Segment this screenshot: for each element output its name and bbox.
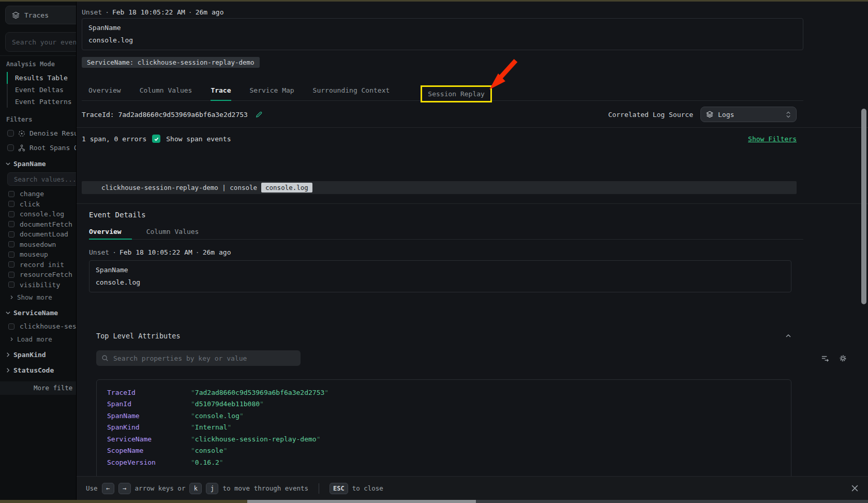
event-search-field[interactable] — [6, 33, 76, 51]
spanname-values-field[interactable] — [8, 173, 76, 185]
span-name-card: SpanName console.log — [89, 260, 791, 292]
option-label: mouseup — [20, 250, 48, 258]
status-badge: Unset — [82, 8, 102, 16]
option-checkbox[interactable] — [8, 201, 14, 207]
event-search-input[interactable] — [5, 32, 76, 52]
source-selector-traces[interactable]: Traces — [5, 6, 76, 24]
tab-overview[interactable]: Overview — [88, 80, 121, 100]
tab-service-map[interactable]: Service Map — [250, 80, 294, 100]
option-checkbox[interactable] — [8, 231, 14, 238]
gear-icon[interactable] — [839, 354, 847, 362]
keyboard-hints-footer: Use ← → arrow keys or k j to move throug… — [77, 476, 868, 500]
dot-separator: · — [112, 248, 116, 256]
option-checkbox[interactable] — [8, 261, 14, 268]
group-statuscode[interactable]: StatusCode — [5, 366, 76, 374]
root-spans-checkbox[interactable] — [7, 144, 14, 151]
option-click[interactable]: click — [5, 199, 76, 210]
group-spankind[interactable]: SpanKind — [5, 351, 76, 359]
attributes-search-field[interactable] — [113, 354, 295, 362]
table-row[interactable]: ScopeVersion0.16.2 — [107, 456, 791, 468]
option-checkbox[interactable] — [8, 191, 14, 197]
option-console-log[interactable]: console.log — [5, 209, 76, 219]
option-resourcefetch[interactable]: resourceFetch — [5, 270, 76, 280]
show-span-events-checkbox[interactable] — [152, 135, 160, 143]
attr-key: SpanKind — [107, 423, 191, 431]
option-mouseup[interactable]: mouseup — [5, 249, 76, 260]
option-checkbox[interactable] — [8, 282, 14, 288]
right-arrow-key: → — [118, 483, 131, 494]
option-documentload[interactable]: documentLoad — [5, 229, 76, 240]
group-spanname[interactable]: SpanName — [5, 160, 76, 168]
close-icon[interactable] — [851, 484, 859, 492]
option-record-init[interactable]: record init — [5, 260, 76, 270]
dot-separator: · — [196, 248, 200, 256]
event-details-tabs: Overview Column Values — [89, 224, 803, 240]
option-checkbox[interactable] — [8, 221, 14, 227]
event-timestamp: Feb 18 10:05:22 AM — [112, 8, 185, 16]
denoise-label: Denoise Resul — [29, 129, 76, 137]
option-visibility[interactable]: visibility — [5, 280, 76, 290]
hint-arrow-keys: arrow keys or — [135, 484, 186, 492]
spanname-values-search[interactable] — [7, 172, 76, 186]
spanname-show-more[interactable]: Show more — [9, 293, 76, 301]
mode-results-table[interactable]: Results Table — [7, 72, 76, 84]
servicename-load-more[interactable]: Load more — [9, 335, 76, 343]
footer-divider — [319, 483, 319, 494]
dot-separator: · — [188, 8, 192, 16]
option-label: clickhouse-sessi — [20, 322, 76, 330]
edit-pencil-icon[interactable] — [255, 111, 263, 119]
scrollbar-thumb[interactable] — [861, 109, 866, 304]
option-mousedown[interactable]: mousedown — [5, 240, 76, 250]
option-checkbox[interactable] — [8, 241, 14, 247]
option-change[interactable]: change — [5, 189, 76, 199]
option-label: console.log — [20, 210, 64, 218]
attr-value: console.log — [191, 412, 244, 420]
option-clickhouse-service[interactable]: clickhouse-sessi — [5, 321, 76, 332]
screen-bottom-edge — [0, 500, 868, 503]
esc-key: ESC — [330, 483, 348, 494]
service-name-chip[interactable]: ServiceName: clickhouse-session-replay-d… — [82, 57, 260, 68]
table-row[interactable]: TraceId7ad2ad8660c9d53969a6bf6a3e2d2753 — [107, 387, 791, 398]
show-span-events-label[interactable]: Show span events — [166, 135, 231, 143]
correlated-log-source-label: Correlated Log Source — [608, 111, 693, 119]
filter-denoise-results[interactable]: Denoise Resul — [7, 129, 76, 138]
tab-session-replay[interactable]: Session Replay — [421, 85, 492, 102]
denoise-checkbox[interactable] — [7, 130, 14, 137]
ed-tab-column-values[interactable]: Column Values — [146, 224, 199, 239]
trace-toolbar: TraceId: 7ad2ad8660c9d53969a6bf6a3e2d275… — [82, 106, 797, 123]
collapse-chevron-up-icon[interactable] — [785, 333, 791, 339]
top-level-attributes-title: Top Level Attributes — [96, 332, 181, 340]
table-row[interactable]: SpanKindInternal — [107, 422, 791, 434]
option-checkbox[interactable] — [8, 211, 14, 217]
table-row[interactable]: ServiceNameclickhouse-session-replay-dem… — [107, 433, 791, 445]
table-row[interactable]: ScopeNameconsole — [107, 445, 791, 457]
option-label: click — [20, 200, 40, 208]
group-servicename[interactable]: ServiceName — [5, 309, 76, 317]
filter-lines-icon[interactable] — [821, 354, 830, 362]
option-documentfetch[interactable]: documentFetch — [5, 219, 76, 230]
more-filters-button[interactable]: More filte — [0, 381, 76, 395]
tab-column-values[interactable]: Column Values — [140, 80, 192, 100]
group-servicename-label: ServiceName — [13, 309, 58, 317]
ed-tab-overview[interactable]: Overview — [89, 224, 122, 239]
chevron-down-icon — [5, 161, 11, 167]
show-filters-link[interactable]: Show Filters — [748, 135, 797, 143]
attributes-table: TraceId7ad2ad8660c9d53969a6bf6a3e2d2753 … — [96, 379, 791, 476]
tab-trace[interactable]: Trace — [211, 80, 231, 100]
option-label: resourceFetch — [20, 271, 72, 278]
layers-icon — [12, 11, 20, 19]
attributes-search-input[interactable] — [96, 350, 301, 366]
filter-root-spans[interactable]: Root Spans Onl — [7, 143, 76, 152]
log-source-select[interactable]: Logs — [700, 107, 797, 122]
trace-span-bar[interactable]: clickhouse-session-replay-demo | console… — [82, 181, 797, 194]
table-row[interactable]: SpanIdd51079d4eb11b080 — [107, 398, 791, 410]
option-checkbox[interactable] — [8, 252, 14, 258]
option-checkbox[interactable] — [8, 323, 14, 330]
tab-surrounding-context[interactable]: Surrounding Context — [313, 80, 390, 100]
option-checkbox[interactable] — [8, 272, 14, 278]
option-label: record init — [20, 261, 64, 269]
table-row[interactable]: SpanNameconsole.log — [107, 410, 791, 422]
mode-event-deltas[interactable]: Event Deltas — [7, 84, 76, 96]
event-side-panel-content: Unset·Feb 18 10:05:22 AM·26m ago SpanNam… — [77, 2, 868, 476]
mode-event-patterns[interactable]: Event Patterns — [7, 96, 76, 108]
